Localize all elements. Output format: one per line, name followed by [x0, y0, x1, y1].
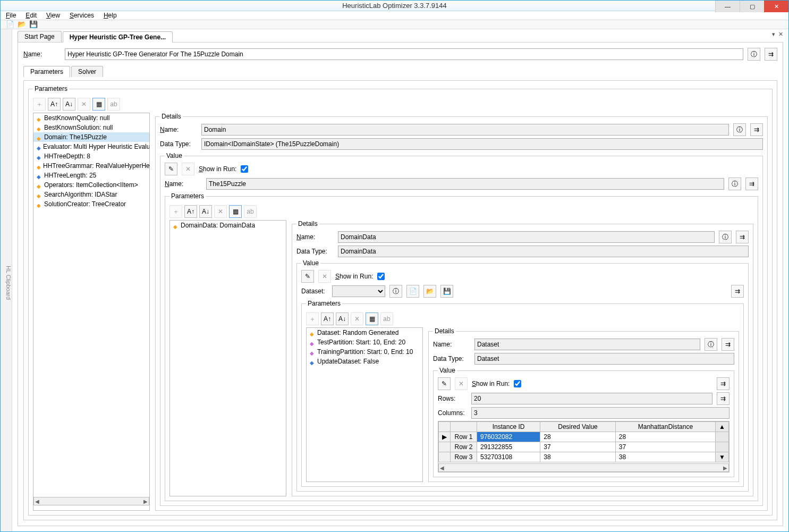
tab-close-icon[interactable]: ✕ [778, 31, 783, 38]
rows-field [471, 393, 712, 404]
breadcrumb-nav-icon[interactable]: ⇉ [736, 231, 749, 243]
delete-icon: ✕ [78, 98, 90, 111]
name-input[interactable] [65, 48, 743, 60]
name-label: Name: [23, 50, 61, 58]
dataset-combobox[interactable] [332, 285, 385, 297]
info-icon[interactable]: ⓘ [705, 338, 717, 351]
tab-parameters[interactable]: Parameters [23, 66, 70, 77]
show-properties-icon: ab [380, 313, 393, 325]
clear-icon: ✕ [182, 163, 194, 175]
details3-datatype-field [474, 353, 734, 365]
show-details-icon[interactable]: ▦ [92, 98, 105, 111]
sort-asc-icon[interactable]: A↑ [184, 205, 197, 218]
clear-icon: ✕ [455, 377, 468, 390]
menu-services[interactable]: Services [70, 12, 94, 19]
value-name-field [206, 178, 724, 190]
grid-h-scrollbar[interactable]: ◀▶ [438, 463, 729, 472]
app-toolbar: 📄 📂 💾 [1, 20, 788, 29]
show-properties-icon: ab [244, 205, 257, 218]
edit-icon[interactable]: ✎ [301, 270, 314, 283]
show-in-run-checkbox-3[interactable] [514, 380, 521, 387]
breadcrumb-nav-icon[interactable]: ⇉ [750, 123, 763, 136]
params-toolbar: ＋ A↑ A↓ ✕ ▦ ab [33, 98, 768, 111]
breadcrumb-nav-icon[interactable]: ⇉ [765, 48, 777, 61]
breadcrumb-nav-icon[interactable]: ⇉ [717, 392, 729, 405]
window-maximize-button[interactable]: ▢ [740, 1, 764, 12]
sort-desc-icon[interactable]: A↓ [199, 205, 212, 218]
titlebar: HeuristicLab Optimizer 3.3.7.9144 — ▢ ✕ [1, 1, 788, 11]
columns-field [471, 407, 729, 419]
window-close-button[interactable]: ✕ [764, 1, 788, 12]
open-file-icon[interactable]: 📂 [18, 20, 26, 29]
info-icon[interactable]: ⓘ [389, 285, 402, 298]
details3-name-field [474, 339, 700, 350]
parameters-legend: Parameters [33, 85, 69, 92]
details-name-field [201, 124, 729, 136]
menu-help[interactable]: Help [104, 12, 117, 19]
show-properties-icon: ab [107, 98, 120, 111]
new-file-icon[interactable]: 📄 [6, 20, 14, 29]
edit-icon[interactable]: ✎ [438, 377, 451, 390]
edit-icon[interactable]: ✎ [165, 163, 177, 175]
sort-desc-icon[interactable]: A↓ [63, 98, 75, 111]
show-details-icon[interactable]: ▦ [229, 205, 242, 218]
menu-edit[interactable]: Edit [26, 12, 37, 19]
tab-dropdown-icon[interactable]: ▾ [772, 31, 775, 38]
sort-asc-icon[interactable]: A↑ [321, 313, 334, 325]
sort-asc-icon[interactable]: A↑ [48, 98, 61, 111]
breadcrumb-nav-icon[interactable]: ⇉ [731, 285, 744, 298]
details-legend: Details [160, 113, 183, 120]
data-type-field [201, 138, 763, 150]
breadcrumb-nav-icon[interactable]: ⇉ [745, 178, 758, 190]
parameter-tree-2[interactable]: DomainData: DomainData [169, 220, 286, 496]
menubar: File Edit View Services Help [1, 11, 788, 20]
delete-icon: ✕ [214, 205, 227, 218]
parameter-tree-3[interactable]: Dataset: Random Generated TestPartition:… [306, 327, 423, 482]
show-in-run-checkbox[interactable] [241, 165, 248, 173]
breadcrumb-nav-icon[interactable]: ⇉ [722, 338, 734, 351]
sort-desc-icon[interactable]: A↓ [336, 313, 349, 325]
document-tabs: Start Page Hyper Heuristic GP-Tree Gene.… [18, 29, 783, 42]
info-icon[interactable]: ⓘ [719, 231, 732, 243]
menu-file[interactable]: File [6, 12, 16, 19]
details2-name-field [338, 231, 715, 243]
menu-view[interactable]: View [46, 12, 60, 19]
breadcrumb-nav-icon[interactable]: ⇉ [717, 377, 729, 390]
add-icon: ＋ [306, 313, 319, 325]
parameter-tree[interactable]: BestKnownQuality: null BestKnownSolution… [33, 113, 150, 511]
open-icon[interactable]: 📂 [423, 285, 436, 298]
new-icon[interactable]: 📄 [406, 285, 419, 298]
add-icon: ＋ [169, 205, 182, 218]
clear-icon: ✕ [318, 270, 331, 283]
save-icon[interactable]: 💾 [440, 285, 453, 298]
info-icon[interactable]: ⓘ [748, 48, 760, 61]
save-file-icon[interactable]: 💾 [29, 20, 38, 29]
dataset-grid[interactable]: Instance ID Desired Value ManhattanDista… [438, 421, 729, 462]
show-details-icon[interactable]: ▦ [366, 313, 378, 325]
window-minimize-button[interactable]: — [715, 1, 740, 12]
delete-icon: ✕ [351, 313, 363, 325]
h-scrollbar[interactable]: ◀▶ [33, 497, 149, 505]
tab-start-page[interactable]: Start Page [18, 31, 62, 42]
info-icon[interactable]: ⓘ [728, 178, 741, 190]
clipboard-sidebar-tab[interactable]: HL Clipboard [1, 29, 12, 531]
info-icon[interactable]: ⓘ [733, 123, 746, 136]
window-title: HeuristicLab Optimizer 3.3.7.9144 [342, 2, 447, 10]
add-icon: ＋ [33, 98, 46, 111]
tab-hyper-heuristic[interactable]: Hyper Heuristic GP-Tree Gene... [63, 31, 173, 43]
show-in-run-checkbox-2[interactable] [377, 273, 385, 280]
tab-solver[interactable]: Solver [71, 66, 103, 77]
details2-datatype-field [338, 246, 749, 257]
